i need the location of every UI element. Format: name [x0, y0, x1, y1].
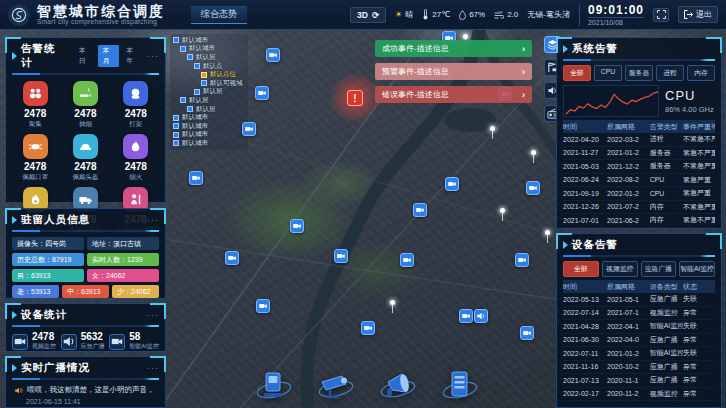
camera-marker[interactable] — [413, 203, 427, 217]
camera-marker[interactable] — [334, 249, 348, 263]
layer-icon — [187, 106, 193, 112]
speaker-marker[interactable] — [474, 309, 488, 323]
camera-marker[interactable] — [242, 122, 256, 136]
camera-marker[interactable] — [459, 309, 473, 323]
poi-dot[interactable] — [490, 126, 495, 131]
layer-tree-item[interactable]: 默认点位 — [173, 70, 245, 79]
megaphone-tool-button[interactable] — [376, 367, 420, 407]
filter-tab[interactable]: 服务器 — [625, 65, 653, 81]
filter-tab[interactable]: 全部 — [563, 65, 591, 81]
camera-marker[interactable] — [520, 326, 534, 340]
more-menu-icon[interactable]: ··· — [147, 51, 159, 61]
alarm-stat-item[interactable]: 2478打架 — [111, 81, 161, 129]
table-row[interactable]: 2022-07-112021-01-2智能AI监控失联 — [563, 347, 715, 361]
filter-tab[interactable]: 视频监控 — [602, 261, 638, 277]
camera-marker[interactable] — [290, 219, 304, 233]
table-row[interactable]: 2022-04-202022-03-2进程不紧急不严重 — [563, 133, 715, 147]
poi-dot[interactable] — [463, 34, 468, 39]
alarm-stat-item[interactable]: 2478抽烟 — [60, 81, 110, 129]
alarm-marker[interactable]: ! — [347, 90, 363, 106]
table-cell: 异常 — [683, 362, 715, 372]
filter-tab[interactable]: 智能AI监控 — [679, 261, 715, 277]
layer-tree-item[interactable]: 默认层 — [173, 88, 245, 97]
device-stat-value: 5632 — [81, 332, 105, 342]
3d-mode-button[interactable]: 3D ⟳ — [350, 7, 386, 23]
personnel-stat-pill: 少：24062 — [112, 285, 159, 298]
people-icon — [23, 81, 48, 106]
mask-icon — [23, 134, 48, 159]
fullscreen-button[interactable] — [653, 8, 669, 22]
panel-title: 系统告警 — [572, 42, 618, 56]
table-row[interactable]: 2021-12-262021-07-2内存不紧急严重 — [563, 201, 715, 215]
table-cell: 智能AI监控 — [650, 321, 683, 331]
table-row[interactable]: 2021-07-012021-06-2内存紧急不严重 — [563, 214, 715, 228]
table-cell: 紧急严重 — [683, 175, 715, 185]
sun-icon: ☀ — [395, 10, 402, 19]
table-row[interactable]: 2021-04-282022-04-1智能AI监控失联 — [563, 320, 715, 334]
table-row[interactable]: 2022-02-172020-11-2视频监控异常 — [563, 388, 715, 402]
more-menu-icon[interactable]: ··· — [147, 215, 159, 225]
table-row[interactable]: 2021-07-132020-11-1应急广播异常 — [563, 374, 715, 388]
alarm-stat-item[interactable]: 2478佩戴头盔 — [60, 134, 110, 182]
camera-marker[interactable] — [266, 48, 280, 62]
table-row[interactable]: 2021-09-192022-01-2CPU紧急严重 — [563, 187, 715, 201]
server-tool-button[interactable] — [438, 367, 482, 407]
logout-button[interactable]: 退出 — [678, 6, 718, 23]
table-row[interactable]: 2021-06-302022-04-0应急广播异常 — [563, 334, 715, 348]
layer-tree-item[interactable]: 默认城市 — [173, 139, 245, 148]
device-stat-item[interactable]: 2478视频监控 — [12, 332, 56, 351]
filter-tab[interactable]: CPU — [594, 65, 622, 81]
camera-marker[interactable] — [400, 253, 414, 267]
event-banner-text: 成功事件-描述信息 — [382, 43, 449, 54]
event-banner[interactable]: 预警事件-描述信息› — [375, 63, 532, 80]
layer-tree-item[interactable]: 默认层 — [173, 96, 245, 105]
event-banner[interactable]: 成功事件-描述信息› — [375, 40, 532, 57]
device-stat-item[interactable]: 5632应急广播 — [61, 332, 105, 351]
alarm-stat-item[interactable]: 2478佩戴口罩 — [10, 134, 60, 182]
table-cell: 2021-12-26 — [563, 203, 607, 210]
device-stat-item[interactable]: 58智能AI监控 — [109, 332, 159, 351]
layer-tree-item[interactable]: 默认城市 — [173, 45, 245, 54]
personnel-stat-pill: 实时人数：1239 — [87, 253, 159, 266]
poi-dot[interactable] — [545, 230, 550, 235]
filter-tab[interactable]: 应急广播 — [641, 261, 677, 277]
table-row[interactable]: 2022-07-142021-07-1视频监控异常 — [563, 307, 715, 321]
camera-marker[interactable] — [256, 299, 270, 313]
filter-tab[interactable]: 进程 — [656, 65, 684, 81]
camera-marker[interactable] — [361, 321, 375, 335]
poi-dot[interactable] — [500, 208, 505, 213]
alarm-stat-item[interactable]: 2478烟火 — [111, 134, 161, 182]
more-menu-icon[interactable]: ··· — [147, 363, 159, 373]
layer-tree-item[interactable]: 默认层 — [173, 53, 245, 62]
camera-marker[interactable] — [189, 171, 203, 185]
alarm-period-tab[interactable]: 本月 — [98, 45, 119, 67]
layer-icon — [173, 132, 179, 138]
poi-dot[interactable] — [390, 300, 395, 305]
poi-dot[interactable] — [531, 150, 536, 155]
table-row[interactable]: 2022-05-132021-05-1应急广播失联 — [563, 293, 715, 307]
more-menu-icon[interactable]: ··· — [147, 310, 159, 320]
layer-tree-item[interactable]: 默认城市 — [173, 113, 245, 122]
tab-overview[interactable]: 综合态势 — [191, 6, 247, 24]
fullscreen-icon — [657, 10, 666, 19]
alarm-period-tab[interactable]: 本年 — [122, 45, 143, 67]
table-row[interactable]: 2022-06-242022-08-2CPU紧急严重 — [563, 174, 715, 188]
camera-marker[interactable] — [526, 181, 540, 195]
camera-marker[interactable] — [255, 86, 269, 100]
table-row[interactable]: 2021-11-272021-01-2服务器紧急不严重 — [563, 147, 715, 161]
camera-marker[interactable] — [445, 177, 459, 191]
event-banner[interactable]: 错误事件-描述信息› — [375, 86, 532, 103]
table-row[interactable]: 2021-05-032021-12-2服务器不紧急严重 — [563, 160, 715, 174]
alarm-stat-label: 抽烟 — [79, 120, 92, 129]
alarm-period-tab[interactable]: 本日 — [75, 45, 96, 67]
filter-tab[interactable]: 内存 — [687, 65, 715, 81]
camera-marker[interactable] — [515, 253, 529, 267]
filter-tab[interactable]: 全部 — [563, 261, 599, 277]
kiosk-tool-button[interactable] — [252, 367, 296, 407]
table-row[interactable]: 2021-11-162020-10-2应急广播异常 — [563, 361, 715, 375]
camera-marker[interactable] — [225, 251, 239, 265]
alarm-stat-item[interactable]: 2478聚集 — [10, 81, 60, 129]
cctv-tool-button[interactable] — [314, 367, 358, 407]
column-header: 事件严重等级 — [683, 122, 715, 132]
layer-tree-item[interactable]: 默认城市 — [173, 131, 245, 140]
